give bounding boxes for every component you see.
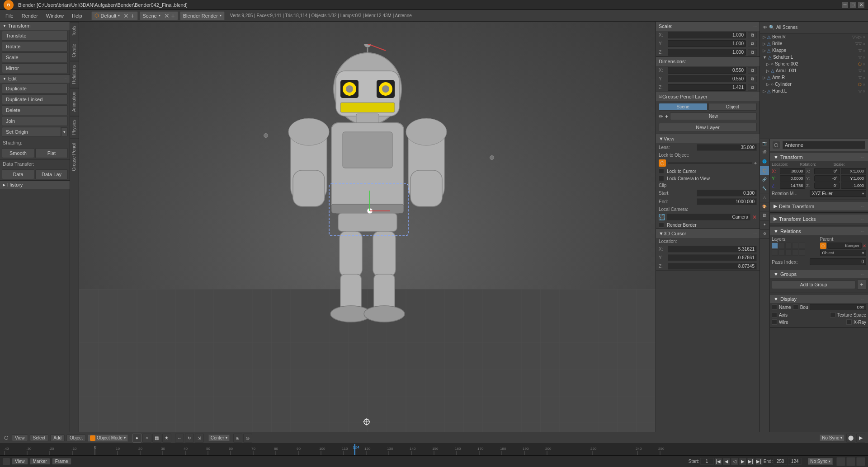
timeline-icon[interactable]: [3, 458, 10, 465]
render-icon-klappe[interactable]: ○: [863, 48, 865, 53]
parent-clear-icon[interactable]: ✕: [863, 243, 866, 248]
clip-end-input[interactable]: 1000.000: [697, 198, 757, 205]
solid-shading-btn[interactable]: ●: [132, 434, 142, 443]
layer-7[interactable]: [778, 249, 785, 256]
cursor-x-input[interactable]: 5.31621: [668, 246, 757, 252]
grease-pencil-header[interactable]: ☑ Grease Pencil Layer ···: [656, 92, 760, 101]
scale-tool-btn[interactable]: ⇲: [195, 434, 204, 443]
rot-x-input[interactable]: 0°: [814, 168, 840, 174]
scale-y-value[interactable]: 1.000: [668, 40, 746, 47]
add-to-group-button[interactable]: Add to Group: [772, 280, 855, 289]
scene-tab[interactable]: Scene: [659, 103, 708, 111]
render-icon-brille[interactable]: ○: [863, 42, 865, 46]
snap-btn[interactable]: ⊞: [233, 434, 242, 443]
menu-help[interactable]: Help: [68, 12, 86, 19]
proportional-btn[interactable]: ◎: [243, 434, 252, 443]
layer-2[interactable]: [778, 243, 785, 249]
scale-button[interactable]: Scale: [2, 52, 68, 62]
scale-y-input[interactable]: Y:1.000: [841, 175, 866, 182]
dimensions-header[interactable]: Dimensions:: [656, 57, 760, 66]
menu-file[interactable]: File: [2, 12, 17, 19]
visibility-icon-klappe[interactable]: ▽: [859, 48, 862, 53]
outliner-item-sphere[interactable]: ▷ ○ Sphere.002 ⬡ ○: [760, 61, 868, 67]
lock-camera-checkbox[interactable]: [659, 176, 664, 181]
texture-space-checkbox[interactable]: [830, 312, 835, 318]
cursor-z-input[interactable]: 8.07345: [668, 263, 757, 270]
set-origin-button[interactable]: Set Origin: [2, 127, 61, 137]
layer-6[interactable]: [772, 249, 778, 256]
go-start-btn[interactable]: |◀: [715, 458, 722, 465]
parent-input[interactable]: Koerper: [827, 243, 862, 249]
tab-physics[interactable]: Physics: [70, 116, 79, 139]
render-icon-btn[interactable]: 📷: [760, 139, 769, 148]
texture-icon-btn[interactable]: 🖼: [760, 211, 769, 220]
scale-header[interactable]: Scale: ···: [656, 22, 760, 31]
data-icon-btn[interactable]: △: [760, 193, 769, 202]
dim-y-copy-icon[interactable]: ⧉: [748, 76, 757, 82]
visibility-icon-hand[interactable]: ▽: [859, 89, 862, 93]
outliner-item-brille[interactable]: ▷ △ Brille ▽▽ ○: [760, 40, 868, 47]
rotation-mode-select[interactable]: XYZ Euler ▾: [810, 190, 866, 197]
camera-input[interactable]: Camera: [667, 214, 750, 220]
cursor-header[interactable]: ▼ 3D Cursor ···: [656, 229, 760, 238]
layer-9[interactable]: [792, 249, 798, 256]
modifiers-icon-btn[interactable]: 🔧: [760, 184, 769, 193]
add-group-plus-button[interactable]: +: [857, 280, 866, 290]
workspace-selector[interactable]: ⬡ Default ▾ ✕ +: [91, 11, 138, 20]
record-btn[interactable]: ⬤: [846, 434, 855, 443]
close-button[interactable]: ✕: [858, 2, 864, 8]
lock-cursor-checkbox[interactable]: [659, 168, 664, 174]
render-border-checkbox[interactable]: [659, 222, 664, 228]
object-name-input[interactable]: Antenne: [783, 141, 865, 149]
box-select[interactable]: Box: [810, 304, 866, 310]
transform-props-header[interactable]: ▼ Transform ···: [770, 153, 868, 161]
move-tool-btn[interactable]: ↔: [175, 434, 184, 443]
minimize-button[interactable]: ─: [842, 2, 848, 8]
object-icon-btn[interactable]: ⬡: [760, 166, 769, 175]
play-btn[interactable]: ▶: [856, 434, 865, 443]
scene-selector[interactable]: Scene ▾ ✕ +: [140, 11, 178, 20]
particle-icon-btn[interactable]: ✦: [760, 220, 769, 229]
layer-10[interactable]: [799, 249, 805, 256]
scale-z-copy-icon[interactable]: ⧉: [748, 49, 757, 56]
xray-checkbox[interactable]: [846, 319, 852, 325]
loc-x-input[interactable]: .00000: [780, 168, 805, 174]
visibility-icon-brille[interactable]: ▽▽: [855, 42, 862, 46]
go-end-btn[interactable]: ▶|: [755, 458, 763, 465]
layer-3[interactable]: [785, 243, 792, 249]
loc-y-input[interactable]: 0.0000: [780, 175, 805, 182]
duplicate-linked-button[interactable]: Duplicate Linked: [2, 94, 68, 104]
new-button[interactable]: New: [670, 112, 757, 120]
tab-animation[interactable]: Animation: [70, 88, 79, 115]
outliner-item-arm-r[interactable]: ▷ △ Arm.R ▽ ○: [760, 74, 868, 81]
current-frame-input[interactable]: 124: [788, 458, 802, 465]
relations-header[interactable]: ▼ Relations ···: [770, 227, 868, 235]
object-menu-btn[interactable]: Object: [66, 434, 86, 441]
scale-y-copy-icon[interactable]: ⧉: [748, 41, 757, 47]
layer-8[interactable]: [785, 249, 792, 256]
timeline-marker-btn[interactable]: Marker: [30, 458, 50, 465]
scale-x-copy-icon[interactable]: ⧉: [748, 32, 757, 38]
keyframe-btn[interactable]: [846, 457, 855, 466]
view-header[interactable]: ▼ View ···: [656, 134, 760, 143]
wire-shading-btn[interactable]: ○: [142, 434, 151, 443]
sync-mode-selector[interactable]: No Sync ▾: [808, 458, 833, 465]
lock-object-eyedropper[interactable]: ⌖: [754, 160, 757, 166]
view-menu-btn[interactable]: View: [12, 434, 28, 441]
visibility-icon-bein[interactable]: ▽▽▷: [852, 35, 862, 39]
history-header[interactable]: ▶ History ···: [0, 181, 70, 189]
rot-z-input[interactable]: 0°: [814, 182, 840, 189]
audio-btn[interactable]: [836, 457, 845, 466]
render-icon-sphere[interactable]: ○: [863, 62, 865, 66]
plus-icon[interactable]: +: [665, 113, 668, 120]
translate-button[interactable]: Translate: [2, 31, 68, 41]
transform-header[interactable]: ▼ Transform ···: [0, 22, 70, 30]
smooth-button[interactable]: Smooth: [2, 148, 34, 158]
render-icon-cylinder[interactable]: ○: [863, 82, 865, 87]
dim-z-copy-icon[interactable]: ⧉: [748, 84, 757, 91]
maximize-button[interactable]: □: [850, 2, 856, 8]
visibility-icon-schulter[interactable]: ▽: [859, 55, 862, 60]
wire-checkbox[interactable]: [772, 319, 777, 325]
render-icon-bein[interactable]: ○: [863, 35, 865, 39]
scale-z-value[interactable]: 1.000: [668, 49, 746, 56]
